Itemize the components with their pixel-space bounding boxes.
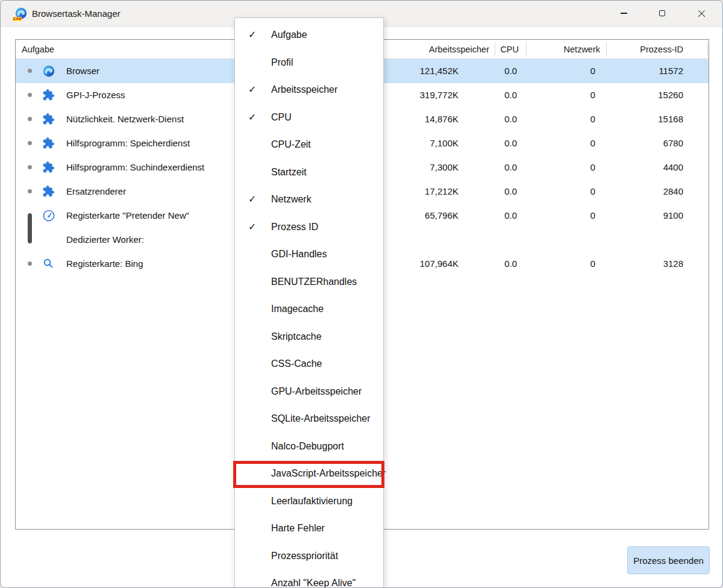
cpu-cell: 0.0: [504, 90, 517, 100]
column-divider: [606, 43, 607, 56]
menu-item-harte-fehler[interactable]: Harte Fehler: [235, 515, 383, 543]
search-icon: [42, 257, 55, 271]
column-header-task[interactable]: Aufgabe: [22, 45, 54, 54]
pid-cell: 11572: [659, 66, 683, 76]
menu-item-prozesspriorit-t[interactable]: Prozesspriorität: [235, 543, 383, 571]
maximize-icon: [659, 10, 665, 16]
checkmark-icon: ✓: [248, 29, 256, 40]
menu-item-label: Profil: [271, 57, 293, 68]
bullet-icon: [28, 117, 32, 121]
pid-cell: 15168: [658, 114, 683, 124]
memory-cell: 65,796K: [425, 210, 459, 220]
end-process-button[interactable]: Prozess beenden: [627, 546, 710, 574]
column-header-memory[interactable]: Arbeitsspeicher: [429, 45, 489, 54]
window-title: Browsertask-Manager: [32, 8, 120, 19]
menu-item-nalco-debugport[interactable]: Nalco-Debugport: [235, 433, 383, 461]
network-cell: 0: [590, 66, 595, 76]
menu-item-startzeit[interactable]: Startzeit: [235, 159, 383, 187]
menu-item-javascript-arbeitsspeicher[interactable]: JavaScript-Arbeitsspeicher: [235, 460, 383, 488]
column-header-network[interactable]: Netzwerk: [564, 45, 600, 54]
menu-item-label: Leerlaufaktivierung: [271, 496, 352, 507]
cpu-cell: 0.0: [504, 138, 517, 148]
cpu-cell: 0.0: [504, 114, 517, 124]
columns-context-menu: ✓AufgabeProfil✓Arbeitsspeicher✓CPUCPU-Ze…: [234, 17, 384, 588]
bullet-icon: [28, 189, 32, 193]
menu-item-label: Imagecache: [271, 304, 324, 314]
menu-item-label: CSS-Cache: [271, 358, 322, 369]
pid-cell: 15260: [658, 90, 683, 100]
app-icon: CAN: [14, 7, 28, 20]
pid-cell: 2840: [663, 186, 683, 196]
gauge-icon: [42, 209, 55, 222]
task-name: Registerkarte: Bing: [66, 258, 143, 269]
extension-icon: [42, 185, 55, 198]
menu-item-profil[interactable]: Profil: [235, 49, 383, 77]
screen: CAN Browsertask-Manager Aufgabe Arbeitss…: [0, 0, 723, 588]
bullet-icon: [28, 93, 32, 97]
column-divider: [707, 43, 708, 56]
menu-item-arbeitsspeicher[interactable]: ✓Arbeitsspeicher: [235, 77, 383, 104]
browser-task-manager-window: CAN Browsertask-Manager Aufgabe Arbeitss…: [0, 0, 723, 588]
cpu-cell: 0.0: [504, 162, 517, 172]
app-badge: CAN: [13, 17, 22, 21]
column-divider: [495, 43, 495, 56]
menu-item-label: SQLite-Arbeitsspeicher: [271, 413, 371, 424]
menu-item-label: Skriptcache: [271, 331, 322, 342]
task-name: Ersatzrenderer: [66, 186, 126, 196]
pid-cell: 4400: [663, 162, 683, 172]
bullet-icon: [28, 141, 32, 145]
menu-item-skriptcache[interactable]: Skriptcache: [235, 324, 383, 351]
menu-item-label: JavaScript-Arbeitsspeicher: [271, 468, 386, 479]
close-icon: [698, 10, 706, 17]
menu-item-sqlite-arbeitsspeicher[interactable]: SQLite-Arbeitsspeicher: [235, 405, 383, 433]
menu-item-label: Arbeitsspeicher: [271, 84, 337, 95]
menu-item-label: CPU: [271, 112, 292, 123]
menu-item-label: GDI-Handles: [271, 249, 327, 260]
task-name: Browser: [66, 66, 99, 76]
menu-item-imagecache[interactable]: Imagecache: [235, 296, 383, 324]
pid-cell: 3128: [663, 258, 683, 269]
bullet-icon: [28, 69, 32, 73]
bullet-icon: [28, 261, 32, 266]
menu-item-benutzerhandles[interactable]: BENUTZERhandles: [235, 269, 383, 296]
menu-item-netzwerk[interactable]: ✓Netzwerk: [235, 186, 383, 214]
column-header-pid[interactable]: Prozess-ID: [640, 45, 683, 54]
column-header-cpu[interactable]: CPU: [500, 45, 519, 54]
checkmark-icon: ✓: [248, 193, 256, 205]
maximize-button[interactable]: [648, 2, 676, 24]
pid-cell: 9100: [663, 210, 683, 220]
menu-item-aufgabe[interactable]: ✓Aufgabe: [235, 22, 383, 49]
menu-item-cpu-zeit[interactable]: CPU-Zeit: [235, 131, 383, 159]
task-name: Dedizierter Worker:: [66, 234, 144, 245]
menu-item-gpu-arbeitsspeicher[interactable]: GPU-Arbeitsspeicher: [235, 378, 383, 406]
memory-cell: 7,300K: [430, 162, 459, 172]
task-name: Hilfsprogramm: Speicherdienst: [66, 138, 190, 148]
task-name: GPI-J-Prozess: [66, 90, 125, 100]
cpu-cell: 0.0: [504, 66, 517, 76]
menu-item-anzahl-keep-alive[interactable]: Anzahl "Keep Alive": [235, 570, 383, 588]
menu-item-label: Startzeit: [271, 167, 307, 178]
cpu-cell: 0.0: [504, 210, 517, 220]
minimize-button[interactable]: [610, 2, 637, 24]
memory-cell: 121,452K: [420, 66, 459, 76]
network-cell: 0: [590, 114, 595, 124]
menu-item-gdi-handles[interactable]: GDI-Handles: [235, 241, 383, 269]
close-button[interactable]: [687, 2, 715, 24]
menu-item-label: Anzahl "Keep Alive": [271, 578, 355, 588]
extension-icon: [42, 137, 55, 150]
checkmark-icon: ✓: [248, 111, 256, 123]
extension-icon: [42, 113, 55, 126]
menu-item-label: CPU-Zeit: [271, 139, 311, 150]
pid-cell: 6780: [663, 138, 683, 148]
cpu-cell: 0.0: [504, 186, 517, 196]
menu-item-css-cache[interactable]: CSS-Cache: [235, 351, 383, 378]
network-cell: 0: [590, 186, 595, 196]
menu-item-prozess-id[interactable]: ✓Prozess ID: [235, 214, 383, 242]
network-cell: 0: [590, 210, 595, 220]
menu-item-cpu[interactable]: ✓CPU: [235, 104, 383, 132]
minimize-icon: [621, 13, 627, 13]
task-name: Registerkarte "Pretender New": [66, 210, 189, 220]
menu-item-leerlaufaktivierung[interactable]: Leerlaufaktivierung: [235, 488, 383, 516]
network-cell: 0: [590, 138, 595, 148]
menu-item-label: Prozess ID: [271, 222, 318, 233]
